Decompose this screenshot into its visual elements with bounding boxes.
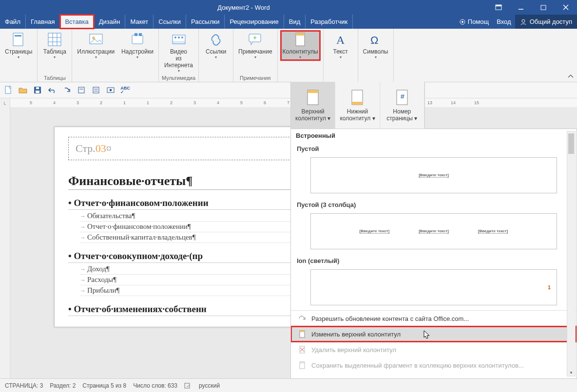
links-button[interactable]: Ссылки (202, 31, 230, 60)
minimize-icon[interactable] (510, 0, 532, 15)
chevron-down-icon (178, 69, 180, 73)
tab-рассылки[interactable]: Рассылки (186, 15, 225, 29)
svg-text:+: + (253, 34, 257, 41)
header-button[interactable]: Верхний колонтитул ▾ (291, 82, 335, 129)
table-button[interactable]: Таблица (40, 31, 69, 60)
chevron-down-icon (375, 55, 377, 59)
svg-rect-42 (110, 89, 112, 91)
gallery-item-title-blank3: Пустой (3 столбца) (291, 198, 577, 211)
tell-me[interactable]: Помощ (455, 15, 493, 29)
share-button[interactable]: Общий доступ (515, 15, 577, 29)
sign-in[interactable]: Вход (493, 15, 515, 29)
svg-rect-3 (541, 5, 546, 10)
svg-point-23 (178, 37, 180, 38)
ribbon: СтраницыТаблицаТаблицыИллюстрацииНадстро… (0, 29, 577, 82)
spellcheck-icon[interactable]: ABC✓ (120, 85, 131, 95)
svg-rect-20 (139, 33, 142, 36)
svg-rect-18 (132, 35, 143, 44)
tab-ссылки[interactable]: Ссылки (154, 15, 186, 29)
video-button[interactable]: ВидеоизИнтернета (162, 31, 195, 74)
header-footer-button[interactable]: Колонтитулы (281, 31, 320, 60)
proofing-icon[interactable] (184, 382, 192, 389)
chevron-down-icon (254, 55, 256, 59)
tab-файл[interactable]: Файл (0, 15, 26, 29)
collapse-ribbon-icon[interactable] (564, 71, 577, 82)
horizontal-ruler[interactable]: L 54321123456789101112131415 (0, 98, 577, 108)
video-button-icon (170, 32, 188, 47)
svg-rect-1 (496, 5, 501, 6)
status-page[interactable]: СТРАНИЦА: 3 (5, 382, 43, 389)
close-icon[interactable] (555, 0, 577, 15)
gallery-item-blank3[interactable]: [Введите текст][Введите текст][Введите т… (310, 213, 557, 249)
gallery-footer-remove: Удалить верхний колонтитул (291, 342, 577, 357)
vertical-ruler[interactable] (0, 107, 10, 379)
mouse-cursor-icon (423, 330, 430, 339)
svg-rect-50 (300, 331, 305, 332)
scroll-down-icon[interactable]: ▼ (567, 369, 575, 376)
symbols-button-icon: Ω (367, 32, 385, 47)
header-button-icon (303, 89, 323, 106)
chevron-down-icon (18, 55, 19, 59)
tell-me-label: Помощ (468, 18, 489, 25)
addins-button-icon (129, 32, 146, 47)
status-pages[interactable]: Страница 5 из 8 (82, 382, 126, 389)
open-icon[interactable] (18, 85, 28, 95)
new-doc-icon[interactable] (3, 85, 14, 95)
qa-icon-3[interactable] (105, 85, 116, 95)
remove-icon (298, 345, 307, 354)
status-section[interactable]: Раздел: 2 (50, 382, 76, 389)
gallery-footer-edit[interactable]: Изменить верхний колонтитул (291, 326, 577, 342)
header-mark: ¤ (106, 142, 112, 154)
gallery-section-title: Встроенный (291, 129, 577, 142)
tab-дизайн[interactable]: Дизайн (94, 15, 126, 29)
tab-рецензирование[interactable]: Рецензирование (225, 15, 284, 29)
qa-icon-1[interactable] (76, 85, 87, 95)
svg-text:A: A (336, 34, 345, 46)
symbols-button[interactable]: ΩСимволы (361, 31, 390, 60)
gallery-item-blank[interactable]: [Введите текст] (310, 157, 557, 193)
footer-button-icon (347, 89, 367, 106)
tab-вставка[interactable]: Вставка (60, 15, 94, 29)
gallery-item-ion-light[interactable]: 1 (310, 269, 557, 305)
gallery-footer-save: Сохранить выделенный фрагмент в коллекци… (291, 357, 577, 373)
comment-button[interactable]: +Примечание (236, 31, 274, 60)
status-words[interactable]: Число слов: 633 (133, 382, 177, 389)
gallery-footer-update[interactable]: Разрешить обновление контента с сайта Of… (291, 311, 577, 326)
svg-rect-44 (308, 90, 318, 93)
qa-icon-2[interactable] (91, 85, 101, 95)
svg-rect-16 (90, 34, 102, 44)
text-button[interactable]: AТекст (327, 31, 355, 60)
tab-разработчик[interactable]: Разработчик (306, 15, 353, 29)
quick-access-toolbar: ABC✓ (0, 82, 577, 98)
header-page-number: 03 (96, 142, 106, 154)
ruler-corner: L (0, 98, 10, 108)
footer-button[interactable]: Нижний колонтитул ▾ (335, 82, 380, 129)
save-icon[interactable] (32, 85, 43, 95)
illustrations-button-icon (87, 32, 105, 47)
chevron-down-icon (136, 55, 138, 59)
page-number-button[interactable]: #Номер страницы ▾ (380, 82, 424, 129)
gallery-scrollbar[interactable]: ▲ ▼ (567, 131, 576, 376)
tab-вид[interactable]: Вид (284, 15, 306, 29)
ribbon-display-icon[interactable] (487, 0, 510, 15)
redo-icon[interactable] (61, 85, 72, 95)
maximize-icon[interactable] (532, 0, 555, 15)
page-number-button-icon: # (392, 89, 412, 106)
title-bar: Документ2 - Word (0, 0, 577, 15)
tab-макет[interactable]: Макет (125, 15, 154, 29)
svg-text:Ω: Ω (370, 34, 378, 46)
edit-icon (298, 330, 307, 338)
svg-point-22 (174, 37, 176, 38)
scroll-thumb[interactable] (568, 133, 574, 154)
ribbon-tab-bar: ФайлГлавнаяВставкаДизайнМакетСсылкиРассы… (0, 15, 577, 29)
tab-главная[interactable]: Главная (26, 15, 60, 29)
illustrations-button[interactable]: Иллюстрации (75, 31, 116, 60)
addins-button[interactable]: Надстройки (119, 31, 155, 60)
svg-point-7 (462, 21, 463, 23)
svg-rect-9 (13, 33, 23, 46)
pages-button[interactable]: Страницы (3, 31, 34, 60)
status-language[interactable]: русский (199, 382, 220, 389)
update-icon (298, 314, 307, 323)
table-button-icon (46, 32, 63, 47)
undo-icon[interactable] (47, 85, 58, 95)
